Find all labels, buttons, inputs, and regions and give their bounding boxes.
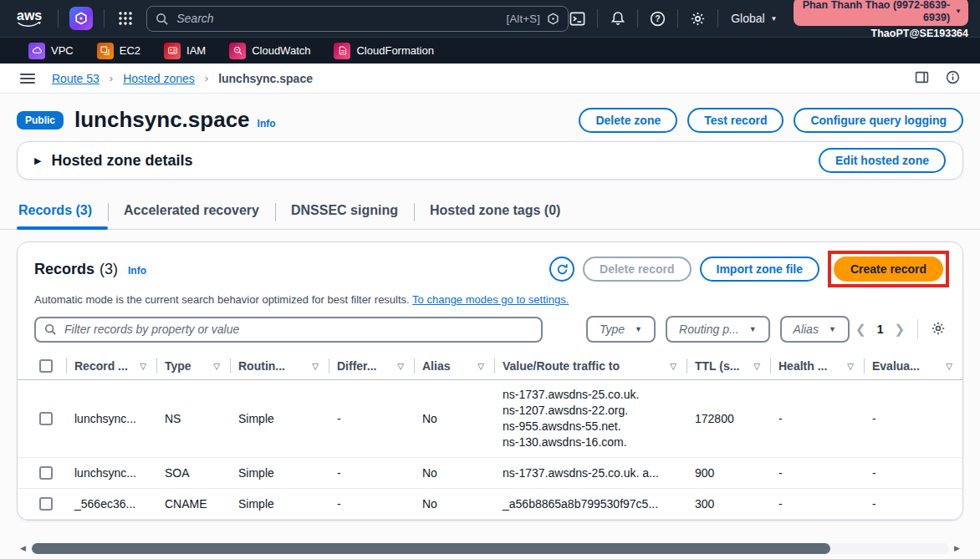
divider [917, 319, 918, 339]
records-description: Automatic mode is the current search beh… [18, 287, 962, 313]
record-alias: No [414, 458, 494, 488]
account-name-highlighted[interactable]: Phan Thanh Thao (9972-8639-6939) ▼ [794, 0, 968, 26]
column-alias[interactable]: Alias▽ [414, 353, 494, 379]
record-value: ns-1737.awsdns-25.co.uk. ns-1207.awsdns-… [494, 380, 687, 457]
aws-logo-text: aws [17, 10, 42, 22]
column-record-name[interactable]: Record ...▽ [66, 353, 156, 379]
favorite-label: CloudFormation [356, 44, 434, 57]
column-value[interactable]: Value/Route traffic to▽ [494, 353, 687, 379]
favorite-cloudwatch[interactable]: CloudWatch [229, 43, 310, 59]
pagination: ❮ 1 ❯ [855, 319, 946, 339]
record-differentiator: - [329, 489, 414, 519]
table-preferences-gear-icon[interactable] [931, 321, 946, 338]
favorite-ec2[interactable]: EC2 [97, 43, 140, 59]
divider [637, 9, 638, 28]
delete-record-button[interactable]: Delete record [583, 257, 691, 282]
delete-zone-button[interactable]: Delete zone [579, 108, 677, 133]
hosted-zone-details-title: Hosted zone details [51, 152, 192, 170]
record-health: - [770, 405, 864, 432]
amazon-q-icon[interactable] [69, 7, 93, 30]
current-page: 1 [877, 323, 884, 336]
column-differentiator[interactable]: Differ...▽ [329, 353, 414, 379]
divider [717, 9, 718, 28]
row-checkbox[interactable] [39, 412, 53, 425]
record-differentiator: - [329, 405, 414, 432]
hosted-zone-details-toggle[interactable]: ▶ Hosted zone details [34, 152, 193, 170]
column-type[interactable]: Type▽ [156, 353, 230, 379]
filter-icon: ▽ [946, 362, 952, 371]
record-evaluate: - [864, 458, 962, 488]
scroll-left-icon[interactable]: ◀ [20, 545, 26, 552]
region-label: Global [731, 12, 764, 25]
type-filter-dropdown[interactable]: Type ▼ [586, 316, 656, 343]
record-differentiator: - [329, 458, 414, 488]
filter-records-field[interactable] [34, 317, 543, 343]
vpc-icon [28, 43, 45, 59]
tab-dnssec-signing[interactable]: DNSSEC signing [275, 196, 414, 229]
records-title: Records [34, 261, 94, 278]
horizontal-scrollbar[interactable]: ◀ ▶ [20, 543, 960, 554]
routing-policy-filter-dropdown[interactable]: Routing p... ▼ [666, 316, 770, 343]
refresh-button[interactable] [549, 257, 574, 282]
column-routing[interactable]: Routin...▽ [230, 353, 329, 379]
favorite-iam[interactable]: IAM [164, 43, 206, 59]
q-hexagon-icon [547, 13, 559, 25]
change-modes-link[interactable]: To change modes go to settings. [412, 293, 569, 306]
scrollbar-track[interactable] [31, 543, 949, 554]
table-row-cname[interactable]: _566ec36... CNAME Simple - No _a56b8865a… [18, 489, 962, 520]
scroll-right-icon[interactable]: ▶ [954, 545, 960, 552]
column-health[interactable]: Health ...▽ [770, 353, 864, 379]
column-ttl[interactable]: TTL (s...▽ [687, 353, 770, 379]
column-evaluate[interactable]: Evalua...▽ [864, 353, 962, 379]
scrollbar-thumb[interactable] [32, 543, 830, 554]
help-icon[interactable]: ? [649, 8, 666, 28]
record-type: NS [156, 405, 230, 432]
tab-records[interactable]: Records (3) [17, 196, 108, 229]
hosted-zone-details-panel: ▶ Hosted zone details Edit hosted zone [17, 141, 963, 180]
next-page-icon[interactable]: ❯ [894, 322, 905, 337]
favorites-bar: VPC EC2 IAM CloudWatch CloudFormation [0, 37, 980, 64]
breadcrumb-route53[interactable]: Route 53 [52, 72, 100, 85]
previous-page-icon[interactable]: ❮ [855, 322, 866, 337]
select-all-checkbox[interactable] [39, 359, 53, 373]
global-search[interactable]: [Alt+S] [146, 6, 569, 32]
create-record-button[interactable]: Create record [834, 257, 943, 282]
account-menu[interactable]: Phan Thanh Thao (9972-8639-6939) ▼ ThaoP… [794, 0, 968, 40]
ec2-icon [97, 43, 114, 59]
record-health: - [770, 489, 864, 519]
favorite-vpc[interactable]: VPC [28, 43, 74, 59]
favorite-cloudformation[interactable]: CloudFormation [334, 43, 434, 59]
configure-query-logging-button[interactable]: Configure query logging [794, 108, 963, 133]
table-row-ns[interactable]: lunchsync... NS Simple - No ns-1737.awsd… [18, 380, 962, 458]
cloudshell-terminal-icon[interactable] [569, 8, 586, 28]
services-grid-icon[interactable] [115, 8, 135, 28]
aws-logo[interactable]: aws [12, 10, 47, 28]
tab-hosted-zone-tags[interactable]: Hosted zone tags (0) [414, 196, 576, 229]
row-checkbox[interactable] [39, 466, 53, 480]
page-info-link[interactable]: Info [258, 118, 276, 130]
record-name: lunchsync... [66, 458, 156, 488]
region-selector[interactable]: Global ▼ [729, 12, 778, 25]
cloudformation-icon [334, 43, 350, 59]
chevron-down-icon: ▼ [955, 8, 962, 16]
record-routing: Simple [230, 405, 329, 432]
records-info-link[interactable]: Info [128, 265, 146, 277]
edit-hosted-zone-button[interactable]: Edit hosted zone [819, 148, 946, 173]
table-row-soa[interactable]: lunchsync... SOA Simple - No ns-1737.aws… [18, 458, 962, 489]
alias-filter-dropdown[interactable]: Alias ▼ [780, 316, 850, 343]
row-checkbox[interactable] [39, 497, 53, 511]
filter-records-input[interactable] [63, 322, 533, 337]
tab-accelerated-recovery[interactable]: Accelerated recovery [108, 196, 275, 229]
hamburger-menu-icon[interactable] [20, 74, 35, 84]
notifications-bell-icon[interactable] [609, 8, 626, 28]
import-zone-file-button[interactable]: Import zone file [700, 257, 819, 282]
description-text: Automatic mode is the current search beh… [34, 293, 410, 306]
search-input[interactable] [175, 11, 499, 26]
settings-gear-icon[interactable] [689, 8, 707, 28]
chevron-down-icon: ▼ [829, 325, 836, 333]
test-record-button[interactable]: Test record [687, 108, 783, 133]
side-panel-icon[interactable] [915, 70, 929, 87]
breadcrumb-hosted-zones[interactable]: Hosted zones [123, 72, 195, 85]
info-panel-icon[interactable] [946, 70, 960, 87]
chevron-right-icon: › [205, 72, 208, 84]
